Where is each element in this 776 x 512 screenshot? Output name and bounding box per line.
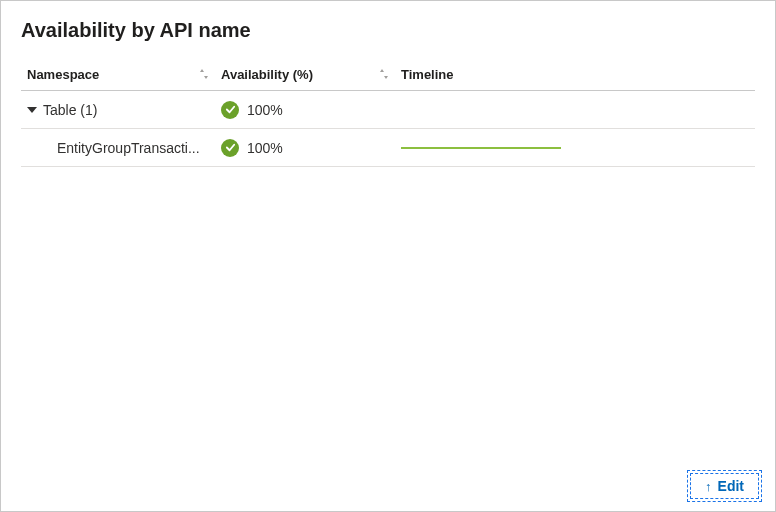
timeline-cell — [401, 147, 755, 149]
sort-icon — [199, 68, 209, 80]
namespace-cell: Table (1) — [21, 102, 221, 118]
namespace-text: Table (1) — [43, 102, 97, 118]
availability-text: 100% — [247, 140, 283, 156]
checkmark-icon — [221, 101, 239, 119]
availability-cell: 100% — [221, 139, 401, 157]
header-availability[interactable]: Availability (%) — [221, 67, 401, 82]
header-namespace-label: Namespace — [27, 67, 99, 82]
table-row[interactable]: EntityGroupTransacti... 100% — [21, 129, 755, 167]
caret-down-icon[interactable] — [27, 105, 37, 115]
availability-panel: Availability by API name Namespace Avail… — [0, 0, 776, 512]
availability-cell: 100% — [221, 101, 401, 119]
header-timeline-label: Timeline — [401, 67, 454, 82]
table-row[interactable]: Table (1) 100% — [21, 91, 755, 129]
checkmark-icon — [221, 139, 239, 157]
up-arrow-icon: ↑ — [705, 479, 712, 494]
header-availability-label: Availability (%) — [221, 67, 313, 82]
availability-table: Namespace Availability (%) Timeline — [21, 60, 755, 167]
table-header-row: Namespace Availability (%) Timeline — [21, 60, 755, 91]
header-namespace[interactable]: Namespace — [21, 67, 221, 82]
timeline-sparkline — [401, 147, 561, 149]
namespace-cell: EntityGroupTransacti... — [21, 140, 221, 156]
namespace-text: EntityGroupTransacti... — [57, 140, 200, 156]
edit-button-label: Edit — [718, 478, 744, 494]
availability-text: 100% — [247, 102, 283, 118]
sort-icon — [379, 68, 389, 80]
edit-button[interactable]: ↑ Edit — [690, 473, 759, 499]
panel-title: Availability by API name — [21, 19, 755, 42]
header-timeline: Timeline — [401, 66, 755, 82]
